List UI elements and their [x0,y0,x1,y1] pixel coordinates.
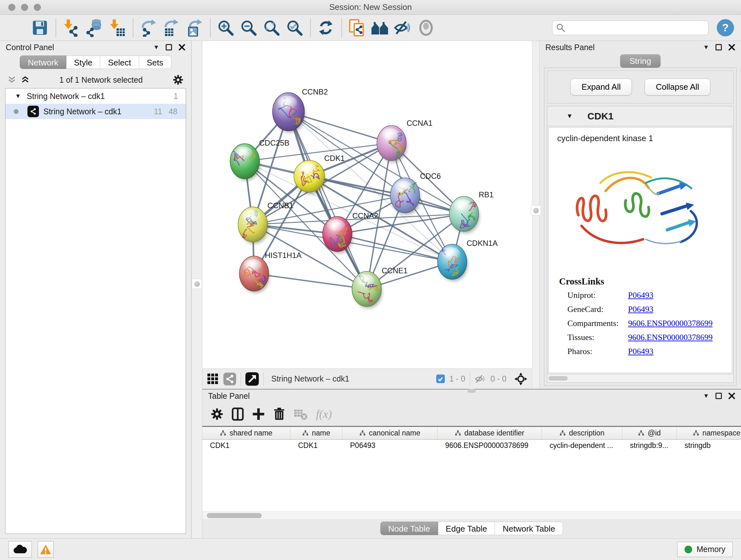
column-header[interactable]: name [290,427,342,439]
export-image-button[interactable] [185,18,204,38]
selected-nodes-checkbox[interactable] [436,374,445,383]
network-node[interactable] [239,256,270,293]
warnings-button[interactable] [38,541,54,558]
import-database-button[interactable] [84,18,104,38]
results-panel-close-icon[interactable] [728,44,735,51]
crosslink-label: Compartments: [567,319,628,328]
network-collection-row[interactable]: ▼ String Network – cdk1 1 [5,88,186,104]
right-splitter[interactable] [532,41,540,389]
help-button[interactable]: ? [717,19,734,37]
crosslink-value-link[interactable]: 9606.ENSP00000378699 [628,319,713,328]
panel-close-icon[interactable] [179,44,185,51]
grid-view-button[interactable] [207,373,219,385]
save-session-button[interactable] [30,18,50,38]
network-node[interactable] [352,271,382,308]
table-panel-close-icon[interactable] [728,392,735,399]
network-node[interactable] [437,244,468,281]
network-node[interactable] [238,207,268,244]
zoom-fit-button[interactable] [262,18,281,38]
tab-network[interactable]: Network [20,56,66,69]
refresh-icon [317,19,334,37]
column-header[interactable]: shared name [202,427,290,439]
results-panel-menu-icon[interactable]: ▼ [703,44,709,51]
network-row[interactable]: String Network – cdk1 11 48 [5,104,186,119]
network-node[interactable] [273,92,306,132]
left-splitter-grip[interactable] [192,279,202,289]
clear-table-icon[interactable] [293,408,308,421]
cloud-button[interactable] [8,541,32,558]
function-builder-button[interactable]: f(x) [316,408,332,421]
results-panel-float-icon[interactable] [716,44,722,51]
tab-sets[interactable]: Sets [139,56,172,69]
expand-all-icon[interactable] [21,76,29,84]
tab-string[interactable]: String [620,54,661,68]
table-toolbar: f(x) [202,402,741,426]
import-table-button[interactable] [107,18,127,38]
column-header[interactable]: description [542,427,622,439]
gear-icon[interactable] [173,74,184,85]
table-panel-menu-icon[interactable]: ▼ [703,392,709,399]
search-input[interactable] [568,23,704,32]
scrollbar-thumb[interactable] [207,513,262,518]
table-cell: CDK1 [290,440,342,451]
column-header[interactable]: database identifier [437,427,542,439]
column-header[interactable]: canonical name [342,427,437,439]
tab-network-table[interactable]: Network Table [495,522,563,535]
birds-eye-view-button[interactable] [246,372,259,386]
search-icon [556,23,565,32]
network-canvas[interactable]: CCNB2CCNA1CDC25BCDK1CDC6RB1CCNB1CCNA2CDK… [202,41,532,368]
panel-menu-icon[interactable]: ▼ [153,44,159,51]
collapse-all-button[interactable]: Collapse All [645,78,711,96]
table-settings-gear-icon[interactable] [211,408,223,421]
crosslink-label: Pharos: [567,347,628,356]
add-column-icon[interactable] [252,408,265,421]
search-box [552,20,709,35]
network-view-button[interactable] [223,373,236,385]
protein-accordion-header[interactable]: ▼ CDK1 [547,106,733,126]
panel-float-icon[interactable] [165,44,172,51]
accordion-collapse-icon[interactable]: ▼ [566,112,573,120]
zoom-in-button[interactable] [216,18,235,38]
show-graphics-button[interactable] [416,18,436,38]
hide-graphics-button[interactable] [393,18,413,38]
memory-button[interactable]: Memory [677,542,733,557]
refresh-layout-button[interactable] [316,18,336,38]
new-network-from-selection-button[interactable] [347,18,367,38]
column-header[interactable]: namespace [677,427,741,439]
zoom-out-button[interactable] [239,18,259,38]
tab-style[interactable]: Style [66,56,100,69]
tab-select[interactable]: Select [100,56,139,69]
table-panel-grip[interactable] [468,389,476,393]
table-panel-float-icon[interactable] [716,393,722,399]
network-node[interactable] [377,125,407,163]
export-network-button[interactable] [138,18,158,38]
current-network-title: String Network – cdk1 [271,374,349,383]
zoom-selected-button[interactable] [285,18,305,38]
open-session-button[interactable] [7,18,27,38]
results-scrollbar[interactable] [547,374,733,382]
tab-edge-table[interactable]: Edge Table [438,522,495,535]
crosslink-value-link[interactable]: P06493 [628,347,653,356]
network-node[interactable] [449,196,480,233]
node-label: CCNE1 [382,266,408,275]
left-splitter[interactable] [192,41,202,538]
fit-selected-button[interactable] [514,372,528,386]
import-network-button[interactable] [61,18,81,38]
collection-count: 1 [174,91,178,101]
table-horizontal-scrollbar[interactable] [202,511,741,519]
tab-node-table[interactable]: Node Table [381,522,438,535]
show-columns-icon[interactable] [232,408,244,421]
right-splitter-grip[interactable] [531,205,541,215]
crosslink-value-link[interactable]: 9606.ENSP00000378699 [628,333,713,342]
crosslink-value-link[interactable]: P06493 [628,305,653,314]
column-header[interactable]: @id [622,427,677,439]
delete-column-icon[interactable] [273,408,285,421]
expand-all-button[interactable]: Expand All [570,78,632,96]
export-table-button[interactable] [161,18,181,38]
table-row[interactable]: CDK1CDK1P064939606.ENSP00000378699cyclin… [202,440,741,451]
network-node[interactable] [294,160,326,194]
collapse-all-icon[interactable] [8,76,16,84]
string-home-button[interactable] [370,18,390,38]
crosslink-value-link[interactable]: P06493 [628,291,653,300]
tree-collapse-icon[interactable]: ▼ [15,92,21,100]
